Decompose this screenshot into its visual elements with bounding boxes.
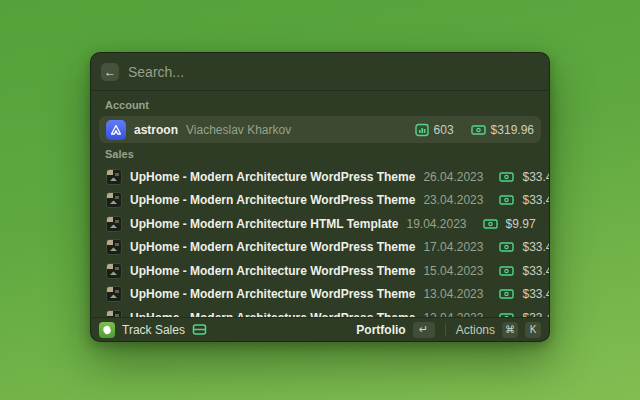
wallet-icon [192, 323, 207, 336]
sale-row[interactable]: UpHome - Modern Architecture WordPress T… [99, 259, 541, 283]
banknote-icon [499, 171, 514, 183]
product-thumbnail-icon [106, 216, 122, 232]
product-thumbnail-icon [106, 310, 122, 317]
section-label-sales: Sales [99, 143, 541, 165]
primary-action-label[interactable]: Portfolio [356, 323, 405, 337]
command-key-badge[interactable]: ⌘ [502, 322, 518, 338]
account-subtitle: Viacheslav Kharkov [186, 123, 291, 137]
search-bar: ← [91, 53, 549, 90]
sale-title: UpHome - Modern Architecture WordPress T… [130, 170, 415, 184]
sale-price: $33.49 [522, 287, 549, 301]
arrow-left-icon: ← [104, 63, 116, 81]
product-thumbnail-icon [106, 286, 122, 302]
banknote-icon [499, 265, 514, 277]
sale-date: 26.04.2023 [423, 170, 483, 184]
sale-title: UpHome - Modern Architecture WordPress T… [130, 287, 415, 301]
banknote-icon [499, 241, 514, 253]
sale-row[interactable]: UpHome - Modern Architecture WordPress T… [99, 306, 541, 317]
sale-row[interactable]: UpHome - Modern Architecture HTML Templa… [99, 212, 541, 236]
account-name: astroon [134, 123, 178, 137]
sale-price: $33.49 [522, 193, 549, 207]
status-bar: Track Sales Portfolio ↵ Actions ⌘ K [91, 318, 549, 341]
balance-stat: $319.96 [471, 123, 534, 137]
balance-value: $319.96 [491, 123, 534, 137]
sales-count-value: 603 [434, 123, 454, 137]
extension-name: Track Sales [122, 323, 185, 337]
footer-divider [445, 323, 446, 336]
banknote-icon [499, 194, 514, 206]
search-input[interactable] [128, 64, 539, 80]
sale-row[interactable]: UpHome - Modern Architecture WordPress T… [99, 165, 541, 189]
product-thumbnail-icon [106, 263, 122, 279]
sale-title: UpHome - Modern Architecture WordPress T… [130, 264, 415, 278]
sale-price: $33.49 [522, 170, 549, 184]
sale-price: $33.49 [522, 264, 549, 278]
actions-button[interactable]: Actions [456, 323, 495, 337]
sale-price: $33.49 [522, 240, 549, 254]
banknote-icon [471, 124, 486, 136]
sale-date: 23.04.2023 [423, 193, 483, 207]
banknote-icon [499, 288, 514, 300]
back-button[interactable]: ← [101, 63, 119, 81]
product-thumbnail-icon [106, 239, 122, 255]
k-key-badge[interactable]: K [525, 322, 541, 338]
sale-title: UpHome - Modern Architecture WordPress T… [130, 240, 415, 254]
results-list: Account astroon Viacheslav Kharkov 603 $… [91, 91, 549, 317]
command-palette-window: ← Account astroon Viacheslav Kharkov 603 [90, 52, 550, 342]
bar-chart-icon [415, 123, 429, 137]
enter-key-badge[interactable]: ↵ [413, 322, 435, 338]
sale-date: 19.04.2023 [406, 217, 466, 231]
astroon-logo-icon [106, 120, 126, 140]
sale-title: UpHome - Modern Architecture HTML Templa… [130, 217, 398, 231]
sale-date: 15.04.2023 [423, 264, 483, 278]
track-sales-app-icon [99, 322, 115, 338]
sale-row[interactable]: UpHome - Modern Architecture WordPress T… [99, 283, 541, 307]
product-thumbnail-icon [106, 192, 122, 208]
account-row[interactable]: astroon Viacheslav Kharkov 603 $319.96 [99, 116, 541, 143]
sales-count-stat: 603 [415, 123, 454, 137]
banknote-icon [483, 218, 498, 230]
sale-date: 13.04.2023 [423, 287, 483, 301]
sale-title: UpHome - Modern Architecture WordPress T… [130, 193, 415, 207]
sale-price: $9.97 [506, 217, 536, 231]
sale-row[interactable]: UpHome - Modern Architecture WordPress T… [99, 236, 541, 260]
product-thumbnail-icon [106, 169, 122, 185]
sale-row[interactable]: UpHome - Modern Architecture WordPress T… [99, 189, 541, 213]
section-label-account: Account [99, 94, 541, 116]
sale-date: 17.04.2023 [423, 240, 483, 254]
